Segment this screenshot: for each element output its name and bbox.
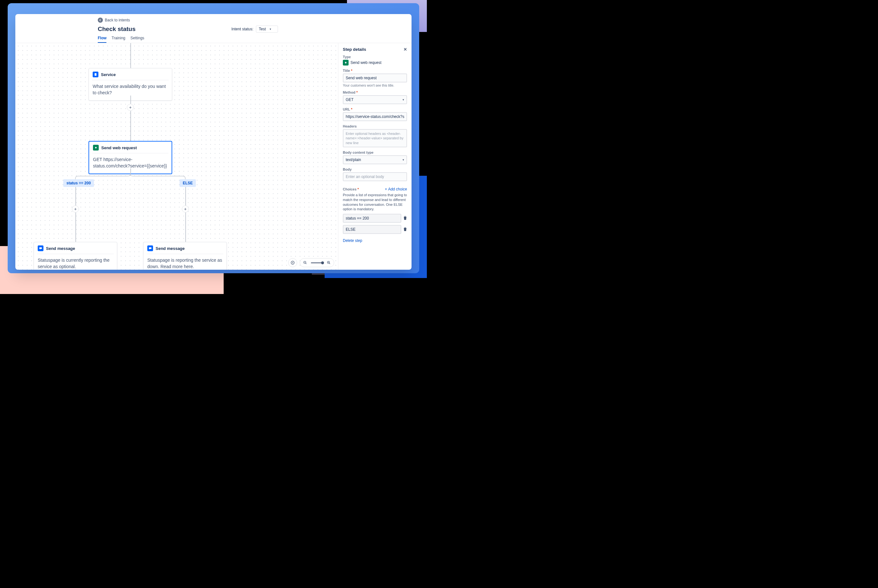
connector <box>185 213 186 242</box>
message-icon <box>147 245 153 251</box>
connector <box>130 96 131 104</box>
url-input[interactable] <box>343 112 407 121</box>
document-icon <box>93 72 98 77</box>
tab-training[interactable]: Training <box>111 36 125 43</box>
zoom-out-button[interactable] <box>302 260 308 266</box>
method-value: GET <box>346 98 354 102</box>
node-title: Send web request <box>101 146 137 150</box>
method-select[interactable]: GET ▾ <box>343 95 407 104</box>
message-icon <box>38 245 43 251</box>
title-input[interactable] <box>343 74 407 82</box>
type-value-row: Send web request <box>343 60 407 66</box>
delete-choice-2-button[interactable] <box>403 227 407 232</box>
choice-input-1[interactable] <box>343 214 401 223</box>
add-step-left-button[interactable]: + <box>72 206 79 213</box>
add-choice-label: Add choice <box>388 187 407 191</box>
connector <box>130 111 131 141</box>
node-send-message-left[interactable]: Send message Statuspage is currently rep… <box>33 242 117 270</box>
chevron-down-icon: ▾ <box>270 27 271 31</box>
body-label: Body <box>343 168 407 171</box>
choice-input-2[interactable] <box>343 225 401 234</box>
intent-status-select[interactable]: Test ▾ <box>256 26 278 33</box>
web-request-icon <box>343 60 349 66</box>
delete-step-link[interactable]: Delete step <box>343 238 362 243</box>
connector <box>75 269 76 270</box>
bodytype-value: text/plain <box>346 158 361 162</box>
canvas-controls <box>288 258 334 267</box>
recenter-button[interactable] <box>288 258 297 267</box>
headers-label: Headers <box>343 124 407 128</box>
add-step-right-button[interactable]: + <box>182 206 189 213</box>
step-details-panel: Step details ✕ Type Send web request Tit… <box>338 43 412 270</box>
chevron-down-icon: ▾ <box>403 98 404 101</box>
close-panel-button[interactable]: ✕ <box>403 47 407 52</box>
method-label: Method <box>343 90 407 94</box>
sidebar-heading: Step details <box>343 47 366 52</box>
web-request-icon <box>93 145 99 150</box>
tab-settings[interactable]: Settings <box>130 36 144 43</box>
type-value: Send web request <box>351 60 382 65</box>
chevron-down-icon: ▾ <box>403 158 404 161</box>
svg-line-6 <box>306 263 307 264</box>
node-send-message-right[interactable]: Send message Statuspage is reporting the… <box>143 242 227 270</box>
bodytype-label: Body content type <box>343 150 407 154</box>
svg-rect-1 <box>39 248 42 249</box>
intent-status-label: Intent status: <box>231 27 253 32</box>
node-title: Send message <box>156 246 185 251</box>
topbar: Back to intents Check status Intent stat… <box>15 14 412 43</box>
page-title: Check status <box>98 26 135 33</box>
branch-chip-left[interactable]: status == 200 <box>63 179 94 187</box>
branch-chip-right[interactable]: ELSE <box>180 179 196 187</box>
zoom-in-button[interactable] <box>325 260 332 266</box>
headers-input[interactable]: Enter optional headers as <header-name>:… <box>343 129 407 147</box>
connector <box>130 168 131 173</box>
back-to-intents-link[interactable]: Back to intents <box>98 18 130 23</box>
main-area: Service What service availability do you… <box>15 43 412 270</box>
connector <box>130 43 131 68</box>
app-window: Back to intents Check status Intent stat… <box>15 14 412 270</box>
type-label: Type <box>343 55 407 59</box>
node-body: Statuspage is currently reporting the se… <box>34 254 117 270</box>
svg-line-9 <box>330 263 330 264</box>
zoom-control <box>300 258 334 267</box>
svg-rect-2 <box>149 248 151 249</box>
node-title: Service <box>101 72 116 77</box>
tab-flow[interactable]: Flow <box>98 36 106 43</box>
intent-status-value: Test <box>259 27 266 32</box>
connector <box>185 187 186 206</box>
add-step-button[interactable]: + <box>127 104 134 111</box>
bodytype-select[interactable]: text/plain ▾ <box>343 155 407 164</box>
delete-choice-1-button[interactable] <box>403 216 407 221</box>
svg-rect-0 <box>94 73 96 76</box>
connector <box>75 213 76 242</box>
choices-description: Provide a list of expressions that going… <box>343 193 407 212</box>
title-label: Title <box>343 69 407 72</box>
add-choice-button[interactable]: + Add choice <box>385 187 407 191</box>
title-help: Your customers won't see this title. <box>343 83 407 87</box>
connector <box>185 269 186 270</box>
svg-point-4 <box>292 262 293 263</box>
back-label: Back to intents <box>105 18 130 22</box>
choices-label: Choices <box>343 187 359 191</box>
plus-icon: + <box>385 187 387 191</box>
connector <box>75 187 76 206</box>
node-body: Statuspage is reporting the service as d… <box>144 254 226 270</box>
flow-canvas[interactable]: Service What service availability do you… <box>15 43 338 270</box>
zoom-slider[interactable] <box>311 262 323 263</box>
body-input[interactable] <box>343 172 407 181</box>
node-title: Send message <box>46 246 75 251</box>
back-arrow-icon <box>98 18 103 23</box>
url-label: URL <box>343 107 407 111</box>
